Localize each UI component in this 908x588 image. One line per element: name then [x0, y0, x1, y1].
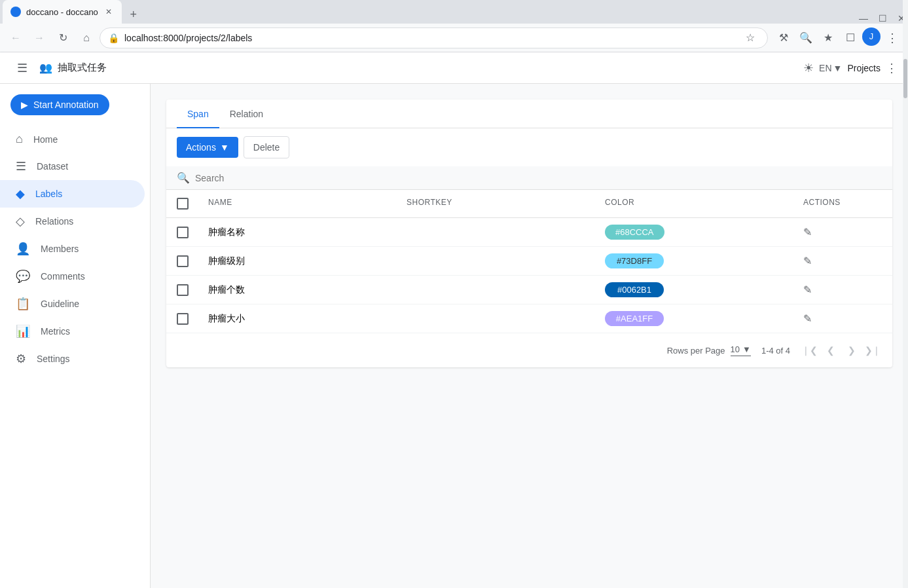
puzzle-icon[interactable]: ☐	[840, 28, 861, 48]
color-badge-2: #73D8FF	[605, 253, 664, 268]
app-logo-icon: 👥	[39, 62, 52, 74]
app-header: ☰ 👥 抽取式任务 ☀ EN ▼ Projects ⋮	[0, 52, 908, 84]
rows-per-page-label: Rows per Page	[667, 346, 725, 356]
edit-icon-2[interactable]: ✎	[803, 255, 812, 266]
tab-close-button[interactable]: ✕	[103, 7, 114, 17]
app-more-options-icon[interactable]: ⋮	[886, 61, 898, 75]
bookmark-icon[interactable]: ☆	[741, 29, 759, 47]
tab-title: doccano - doccano	[26, 7, 98, 17]
row-checkbox-cell	[177, 255, 208, 267]
window-controls: — ☐ ✕	[859, 13, 905, 24]
tab-relation[interactable]: Relation	[219, 100, 274, 128]
star-icon[interactable]: ★	[818, 28, 839, 48]
sidebar: ▶ Start Annotation ⌂ Home ☰ Dataset ◆ La…	[0, 84, 151, 588]
labels-icon: ◆	[16, 187, 25, 201]
more-options-icon[interactable]: ⋮	[882, 28, 903, 48]
row-1-actions: ✎	[803, 226, 882, 238]
table-row: 肿瘤级别 #73D8FF ✎	[166, 247, 892, 276]
scrollbar-thumb[interactable]	[903, 59, 907, 98]
browser-toolbar-icons: ⚒ 🔍 ★ ☐ J ⋮	[773, 28, 903, 48]
header-checkbox-cell	[177, 198, 208, 210]
row-checkbox-cell	[177, 284, 208, 296]
rows-per-page-select[interactable]: 10 ▼	[731, 344, 751, 356]
new-tab-button[interactable]: +	[124, 5, 143, 24]
edit-icon-1[interactable]: ✎	[803, 227, 812, 238]
rows-per-page: Rows per Page 10 ▼	[667, 344, 751, 356]
content-area: Span Relation Actions ▼ Delete	[151, 84, 908, 588]
sidebar-item-members[interactable]: 👤 Members	[0, 235, 145, 263]
main-layout: ▶ Start Annotation ⌂ Home ☰ Dataset ◆ La…	[0, 84, 908, 588]
address-bar[interactable]: 🔒 localhost:8000/projects/2/labels ☆	[100, 28, 768, 48]
profile-avatar[interactable]: J	[862, 28, 881, 46]
lock-icon: 🔒	[108, 33, 119, 43]
row-1-name: 肿瘤名称	[208, 227, 407, 238]
address-bar-icons: ☆	[741, 29, 759, 47]
sidebar-item-metrics[interactable]: 📊 Metrics	[0, 318, 145, 345]
row-checkbox-cell	[177, 227, 208, 238]
sidebar-item-relations[interactable]: ◇ Relations	[0, 208, 145, 235]
table-row: 肿瘤名称 #68CCCA ✎	[166, 218, 892, 247]
hamburger-button[interactable]: ☰	[10, 56, 34, 80]
edit-icon-4[interactable]: ✎	[803, 313, 812, 324]
tabs-row: Span Relation	[166, 100, 892, 128]
home-icon: ⌂	[16, 132, 23, 146]
last-page-button[interactable]: ❯❘	[863, 341, 882, 359]
scrollbar-track[interactable]	[903, 0, 908, 588]
prev-page-button[interactable]: ❮	[822, 341, 840, 359]
back-button[interactable]: ←	[5, 28, 26, 48]
extensions-icon[interactable]: ⚒	[773, 28, 794, 48]
dropdown-arrow-icon: ▼	[220, 142, 229, 153]
url-text: localhost:8000/projects/2/labels	[124, 33, 252, 43]
active-tab[interactable]: doccano - doccano ✕	[3, 0, 122, 24]
header-right: ☀ EN ▼ Projects ⋮	[803, 61, 898, 75]
delete-button[interactable]: Delete	[244, 136, 289, 158]
table-row: 肿瘤大小 #AEA1FF ✎	[166, 304, 892, 333]
address-bar-row: ← → ↻ ⌂ 🔒 localhost:8000/projects/2/labe…	[0, 24, 908, 52]
actions-button[interactable]: Actions ▼	[177, 137, 238, 158]
tab-bar: doccano - doccano ✕ + — ☐ ✕	[0, 0, 908, 24]
rows-dropdown-arrow-icon: ▼	[742, 344, 751, 354]
search-wrapper: 🔍	[177, 172, 882, 184]
row-4-checkbox[interactable]	[177, 313, 189, 325]
edit-icon-3[interactable]: ✎	[803, 284, 812, 295]
color-badge-1: #68CCCA	[605, 225, 664, 240]
row-3-checkbox[interactable]	[177, 284, 189, 296]
zoom-icon[interactable]: 🔍	[795, 28, 816, 48]
tab-span[interactable]: Span	[177, 100, 219, 128]
next-page-button[interactable]: ❯	[843, 341, 861, 359]
row-4-name: 肿瘤大小	[208, 313, 407, 325]
row-1-checkbox[interactable]	[177, 227, 189, 238]
app-logo-area: 👥 抽取式任务	[39, 62, 107, 74]
forward-button[interactable]: →	[29, 28, 50, 48]
pagination-buttons: ❘❮ ❮ ❯ ❯❘	[801, 341, 882, 359]
minimize-button[interactable]: —	[859, 13, 868, 24]
first-page-button[interactable]: ❘❮	[801, 341, 819, 359]
language-selector[interactable]: EN ▼	[819, 63, 842, 73]
reload-button[interactable]: ↻	[52, 28, 73, 48]
select-all-checkbox[interactable]	[177, 198, 189, 210]
sidebar-item-comments[interactable]: 💬 Comments	[0, 263, 145, 290]
sidebar-item-labels[interactable]: ◆ Labels	[0, 180, 145, 208]
home-button[interactable]: ⌂	[76, 28, 97, 48]
projects-link[interactable]: Projects	[847, 63, 881, 73]
rows-per-page-value: 10	[731, 344, 740, 354]
theme-toggle-icon[interactable]: ☀	[803, 61, 814, 75]
row-3-name: 肿瘤个数	[208, 284, 407, 296]
row-2-color: #73D8FF	[605, 253, 803, 268]
sidebar-item-dataset[interactable]: ☰ Dataset	[0, 153, 145, 180]
start-annotation-button[interactable]: ▶ Start Annotation	[10, 94, 109, 115]
row-4-color: #AEA1FF	[605, 311, 803, 326]
search-input[interactable]	[195, 173, 391, 183]
maximize-button[interactable]: ☐	[879, 13, 887, 24]
sidebar-item-home[interactable]: ⌂ Home	[0, 126, 145, 153]
table-header: Name Shortkey Color Actions	[166, 190, 892, 218]
members-icon: 👤	[16, 242, 30, 256]
guideline-icon: 📋	[16, 297, 30, 311]
color-badge-3: #0062B1	[605, 282, 664, 297]
pagination-row: Rows per Page 10 ▼ 1-4 of 4 ❘❮ ❮ ❯ ❯❘	[166, 333, 892, 367]
row-3-actions: ✎	[803, 284, 882, 296]
sidebar-item-settings[interactable]: ⚙ Settings	[0, 345, 145, 373]
metrics-icon: 📊	[16, 324, 30, 339]
row-2-checkbox[interactable]	[177, 255, 189, 267]
sidebar-item-guideline[interactable]: 📋 Guideline	[0, 290, 145, 318]
